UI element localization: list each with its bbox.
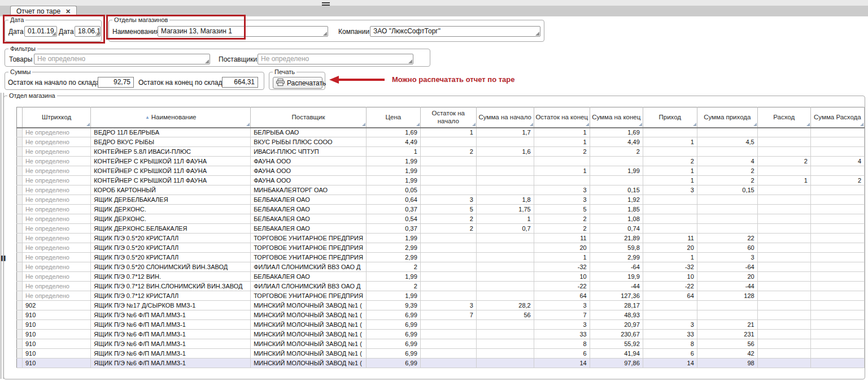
column-header-expense[interactable]: Расход bbox=[757, 107, 810, 128]
print-button[interactable]: Распечатать bbox=[273, 77, 322, 89]
column-header-sum-expense[interactable]: Сумма Расхода bbox=[810, 107, 864, 128]
cell-rest-begin bbox=[420, 176, 476, 185]
cell-supplier: ФИЛИАЛ СЛОНИМСКИЙ ВВЗ ОАО Д bbox=[251, 282, 367, 291]
table-row[interactable]: 910ЯЩИК П/Э №6 Ф/П МАЛ.ММЗ-1МИНСКИЙ МОЛО… bbox=[17, 310, 865, 320]
cell-expense bbox=[757, 214, 810, 224]
cell-name: ЯЩИК П/Э №6 Ф/П МАЛ.ММЗ-1 bbox=[91, 349, 251, 359]
cell-expense bbox=[757, 310, 810, 320]
table-row[interactable]: Не определеноЯЩИК ДЕР.КОНС.БЕЛБАКАЛЕЯ ОА… bbox=[17, 214, 865, 224]
table-row[interactable]: Не определеноКОНТЕЙНЕР С КРЫШКОЙ 11Л ФАУ… bbox=[17, 157, 865, 166]
column-header-name[interactable]: ▲Наименование bbox=[91, 107, 251, 128]
cell-sum-expense bbox=[810, 128, 864, 137]
cell-sum-expense bbox=[810, 272, 864, 282]
column-header-sum-end[interactable]: Сумма на конец bbox=[590, 107, 643, 128]
cell-rest-begin bbox=[420, 349, 476, 359]
cell-barcode: 910 bbox=[22, 330, 90, 339]
table-row[interactable]: Не определеноЯЩИК ДЕР.КОНС.БЕЛБАКАЛЕЯБЕЛ… bbox=[17, 224, 865, 234]
cell-expense bbox=[757, 243, 810, 253]
cell-barcode: Не определено bbox=[22, 157, 90, 166]
vertical-splitter[interactable]: ▌▌ bbox=[1, 93, 4, 379]
table-row[interactable]: Не определеноКОРОБ КАРТОННЫЙМИНБАКАЛЕЯТО… bbox=[17, 185, 865, 195]
table-row[interactable]: 910ЯЩИК П/Э №6 Ф/П МАЛ.ММЗ-1МИНСКИЙ МОЛО… bbox=[17, 339, 865, 349]
cell-supplier: ТОРГОВОЕ УНИТАРНОЕ ПРЕДПРИЯ bbox=[251, 243, 367, 253]
table-row[interactable]: Не определеноЯЩИК П/Э 0.7*12 КРИСТАЛЛТОР… bbox=[17, 291, 865, 301]
cell-sum-income: 56 bbox=[697, 339, 757, 349]
cell-rest-begin bbox=[420, 253, 476, 262]
cell-name: КОНТЕЙНЕР С КРЫШКОЙ 11Л ФАУНА bbox=[91, 157, 251, 166]
cell-sum-end: 20,97 bbox=[590, 320, 643, 330]
column-header-label: Расход bbox=[773, 114, 795, 120]
goods-input[interactable]: Не определено bbox=[34, 54, 210, 64]
cell-rest-end: 1 bbox=[534, 128, 590, 137]
date-from-input[interactable]: 01.01.19 bbox=[24, 26, 57, 37]
date-to-label: Дата bbox=[59, 28, 74, 36]
menu-grip-icon[interactable] bbox=[322, 1, 330, 6]
cell-sum-end: 1,08 bbox=[590, 214, 643, 224]
cell-price: 6,99 bbox=[366, 349, 420, 359]
cell-price: 0,37 bbox=[366, 224, 420, 234]
row-indicator-cell bbox=[17, 147, 23, 157]
close-icon[interactable]: ✕ bbox=[66, 8, 71, 15]
tab-report[interactable]: Отчет по таре ✕ bbox=[10, 6, 77, 16]
app-window: Отчет по таре ✕ Дата Дата 01.01.19 Дата … bbox=[0, 0, 868, 380]
table-row[interactable]: Не определеноКОНТЕЙНЕР С КРЫШКОЙ 11Л ФАУ… bbox=[17, 166, 865, 176]
cell-rest-end: 1 bbox=[534, 253, 590, 262]
cell-rest-end: 3 bbox=[534, 320, 590, 330]
table-row[interactable]: Не определеноЯЩИК П/Э 0.7*12 ВИН.СЛОНИМС… bbox=[17, 282, 865, 291]
table-row[interactable]: Не определеноЯЩИК П/Э 0.5*20 КРИСТАЛЛТОР… bbox=[17, 253, 865, 262]
table-row[interactable]: Не определеноВЕДРО 11Л БЕЛРЫБАБЕЛРЫБА ОА… bbox=[17, 128, 865, 137]
column-header-label: Сумма Расхода bbox=[814, 114, 861, 120]
cell-sum-begin bbox=[476, 282, 534, 291]
cell-income bbox=[643, 214, 697, 224]
row-indicator-cell bbox=[17, 195, 23, 205]
column-header-rest-begin[interactable]: Остаток на начало bbox=[420, 107, 476, 128]
cell-expense bbox=[757, 147, 810, 157]
cell-sum-begin bbox=[476, 176, 534, 185]
column-header-sum-income[interactable]: Сумма прихода bbox=[697, 107, 757, 128]
cell-rest-begin bbox=[420, 359, 476, 368]
cell-name: ЯЩИК П/Э 0.7*12 ВИН.СЛОНИМСКИЙ ВИН.ЗАВОД bbox=[91, 282, 251, 291]
table-row[interactable]: 910ЯЩИК П/Э №6 Ф/П МАЛ.ММЗ-1МИНСКИЙ МОЛО… bbox=[17, 320, 865, 330]
table-row[interactable]: 902ЯЩИК П/Э №17 Д/СЫРКОВ ММЗ-1МИНСКИЙ МО… bbox=[17, 301, 865, 310]
red-arrow-tail bbox=[338, 79, 385, 81]
column-header-barcode[interactable]: Штрихкод bbox=[22, 107, 90, 128]
names-input[interactable]: Магазин 13, Магазин 1 bbox=[158, 26, 328, 37]
table-row[interactable]: Не определеноКОНТЕЙНЕР С КРЫШКОЙ 11Л ФАУ… bbox=[17, 176, 865, 185]
table-row[interactable]: 910ЯЩИК П/Э №6 Ф/П МАЛ.ММЗ-1МИНСКИЙ МОЛО… bbox=[17, 359, 865, 368]
cell-name: ЯЩИК П/Э 0.5*20 КРИСТАЛЛ bbox=[91, 243, 251, 253]
table-row[interactable]: Не определеноВЕДРО ВКУС РЫБЫВКУС РЫБЫ ПЛ… bbox=[17, 137, 865, 147]
cell-supplier: МИНСКИЙ МОЛОЧНЫЙ ЗАВОД №1 ( bbox=[251, 330, 367, 339]
cell-sum-expense bbox=[810, 195, 864, 205]
cell-sum-income: 4,5 bbox=[697, 137, 757, 147]
table-row[interactable]: Не определеноЯЩИК П/Э 0.5*20 КРИСТАЛЛТОР… bbox=[17, 243, 865, 253]
column-header-income[interactable]: Приход bbox=[643, 107, 697, 128]
cell-price: 0,05 bbox=[366, 185, 420, 195]
column-header-label: Цена bbox=[386, 114, 402, 120]
date-to-input[interactable]: 18.06.19 bbox=[75, 26, 101, 37]
row-indicator-cell bbox=[17, 282, 23, 291]
cell-income: 1 bbox=[643, 176, 697, 185]
table-row[interactable]: Не определеноЯЩИК ДЕР.БЕЛБАКАЛЕЯБЕЛБАКАЛ… bbox=[17, 195, 865, 205]
table-row[interactable]: Не определеноЯЩИК П/Э 0.7*12 ВИН.БЕЛБАКА… bbox=[17, 272, 865, 282]
companies-input[interactable]: ЗАО "ЛюксСофтТорг" bbox=[370, 26, 540, 37]
column-header-supplier[interactable]: Поставщик bbox=[251, 107, 367, 128]
cell-price: 4,49 bbox=[366, 137, 420, 147]
suppliers-input[interactable]: Не определено bbox=[258, 54, 413, 64]
table-row[interactable]: Не определеноЯЩИК ДЕР.КОНС.БЕЛБАКАЛЕЯ ОА… bbox=[17, 205, 865, 214]
table-row[interactable]: 910ЯЩИК П/Э №6 Ф/П МАЛ.ММЗ-1МИНСКИЙ МОЛО… bbox=[17, 349, 865, 359]
cell-rest-end: 2 bbox=[534, 214, 590, 224]
table-row[interactable]: Не определеноЯЩИК П/Э 0.5*20 КРИСТАЛЛТОР… bbox=[17, 234, 865, 243]
cell-barcode: 902 bbox=[22, 301, 90, 310]
cell-income: 1 bbox=[643, 166, 697, 176]
table-row[interactable]: Не определеноКОНТЕЙНЕР 5.8Л ИВАСИ-ПЛЮСИВ… bbox=[17, 147, 865, 157]
cell-sum-end: 127,36 bbox=[590, 291, 643, 301]
cell-rest-end: 2 bbox=[534, 224, 590, 234]
table-row[interactable]: 910ЯЩИК П/Э №6 Ф/П МАЛ.ММЗ-1МИНСКИЙ МОЛО… bbox=[17, 330, 865, 339]
table-row[interactable]: Не определеноЯЩИК П/Э 0.5*20 СЛОНИМСКИЙ … bbox=[17, 262, 865, 272]
column-header-rest-end[interactable]: Остаток на конец bbox=[534, 107, 590, 128]
column-header-sum-begin[interactable]: Сумма на начало bbox=[476, 107, 534, 128]
cell-rest-end: 1 bbox=[534, 137, 590, 147]
column-header-label: Поставщик bbox=[292, 114, 325, 120]
column-header-price[interactable]: Цена bbox=[366, 107, 420, 128]
cell-sum-expense bbox=[810, 224, 864, 234]
